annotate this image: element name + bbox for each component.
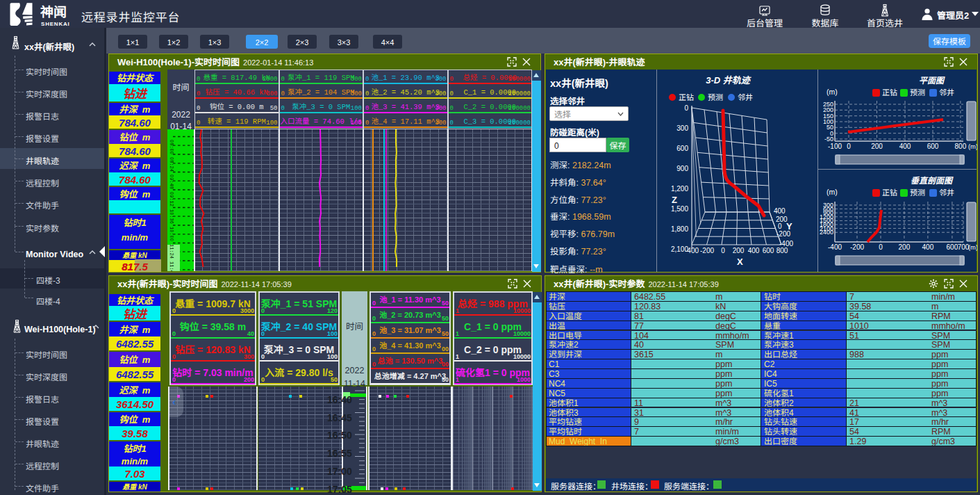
- svg-text:-400: -400: [685, 245, 699, 255]
- svg-text:-400: -400: [779, 238, 793, 248]
- svg-text:(m): (m): [827, 86, 838, 97]
- svg-text:800: 800: [955, 140, 967, 151]
- svg-text:正钻: 正钻: [882, 86, 897, 97]
- svg-text:Z: Z: [672, 193, 677, 206]
- svg-text:10:00: 10:00: [169, 227, 174, 241]
- svg-text:400: 400: [922, 241, 934, 252]
- svg-text:300: 300: [676, 122, 688, 133]
- svg-text:X: X: [737, 254, 743, 268]
- svg-text:正钻: 正钻: [679, 91, 694, 102]
- svg-text:10:36: 10:36: [169, 209, 174, 224]
- svg-text:平面图: 平面图: [919, 74, 945, 86]
- svg-text:600: 600: [676, 143, 688, 153]
- svg-text:邻井: 邻井: [738, 91, 753, 102]
- svg-text:600: 600: [763, 245, 774, 255]
- svg-text:08:00: 08:00: [169, 140, 174, 154]
- svg-text:0: 0: [847, 140, 851, 151]
- svg-text:08:24: 08:24: [169, 157, 174, 172]
- svg-text:邻井: 邻井: [939, 86, 954, 97]
- svg-text:(m): (m): [968, 242, 977, 252]
- svg-text:600: 600: [927, 140, 939, 151]
- svg-text:200: 200: [899, 241, 911, 252]
- svg-text:09:48: 09:48: [169, 175, 174, 189]
- svg-text:3-D 井轨迹: 3-D 井轨迹: [706, 73, 751, 86]
- svg-text:预测: 预测: [910, 86, 925, 97]
- svg-text:-100: -100: [828, 140, 842, 151]
- svg-text:200: 200: [733, 245, 745, 255]
- svg-text:0: 0: [684, 102, 688, 113]
- svg-text:1,200: 1,200: [671, 183, 688, 193]
- svg-text:(m): (m): [968, 141, 977, 151]
- svg-text:09:12: 09:12: [169, 192, 174, 206]
- svg-text:600: 600: [947, 241, 958, 252]
- svg-text:-200: -200: [850, 241, 864, 252]
- svg-text:预测: 预测: [910, 186, 925, 197]
- svg-text:垂直剖面图: 垂直剖面图: [911, 174, 954, 186]
- svg-text:1,800: 1,800: [671, 223, 688, 234]
- svg-text:邻井: 邻井: [939, 186, 954, 197]
- svg-text:预测: 预测: [708, 91, 723, 102]
- svg-text:200: 200: [871, 140, 883, 151]
- svg-text:11:24: 11:24: [169, 244, 174, 259]
- svg-text:400: 400: [748, 245, 760, 255]
- svg-text:900: 900: [676, 163, 688, 173]
- svg-text:-400: -400: [828, 241, 842, 252]
- svg-text:0: 0: [721, 245, 725, 255]
- svg-text:Y: Y: [786, 219, 792, 232]
- svg-text:0: 0: [879, 241, 883, 252]
- svg-text:(m): (m): [827, 186, 838, 197]
- svg-text:11:48: 11:48: [169, 261, 174, 271]
- svg-text:-200: -200: [700, 245, 714, 255]
- svg-text:400: 400: [899, 140, 911, 151]
- svg-text:正钻: 正钻: [882, 186, 897, 197]
- svg-text:2400: 2400: [820, 227, 833, 236]
